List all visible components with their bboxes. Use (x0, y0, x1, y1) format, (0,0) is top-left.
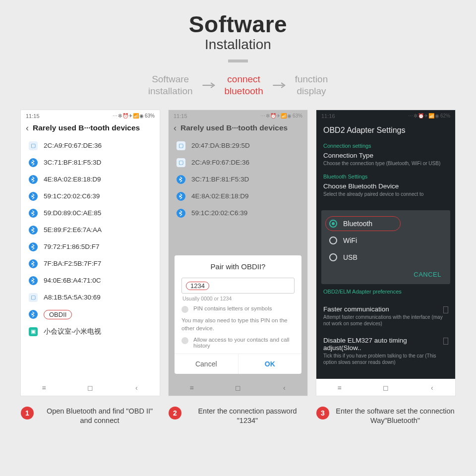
device-row[interactable]: 59:1C:20:02:C6:39 (169, 205, 307, 222)
device-name: 3C:71:BF:81:F5:3D (44, 159, 101, 166)
device-name: 2C:A9:F0:67:DE:36 (44, 142, 102, 149)
device-row[interactable]: 79:72:F1:86:5D:F7 (21, 238, 160, 255)
ok-button[interactable]: OK (238, 354, 302, 374)
device-row[interactable]: 3C:71:BF:81:F5:3D (21, 154, 160, 171)
bluetooth-icon (177, 192, 185, 201)
device-row[interactable]: 94:0E:6B:A4:71:0C (21, 272, 160, 289)
home-icon[interactable]: ◻ (80, 384, 100, 392)
caption-text: Enter the software set the connection Wa… (335, 407, 455, 426)
bluetooth-icon (29, 209, 38, 218)
recent-icon[interactable]: ≡ (182, 384, 202, 392)
arrow-right-icon (272, 81, 286, 89)
recent-icon[interactable]: ≡ (330, 384, 350, 392)
caption-step-2: 2 Enter the connection password "1234" (169, 407, 307, 426)
cancel-button[interactable]: Cancel (175, 354, 238, 374)
bluetooth-icon (29, 310, 38, 319)
back-icon[interactable]: ‹ (174, 123, 177, 133)
android-nav: ≡ ◻ ‹ (169, 379, 307, 396)
arrow-right-icon (202, 81, 216, 89)
device-row[interactable]: 4E:8A:02:E8:18:D9 (169, 188, 307, 205)
caption-text: Open Bluetooth and find "OBD II" and con… (40, 407, 160, 426)
breadcrumb: Software installation connect bluetooth … (0, 73, 476, 97)
device-name: A8:1B:5A:5A:30:69 (44, 294, 101, 301)
back-icon[interactable]: ‹ (26, 123, 29, 133)
connection-type-sub: Choose the connection type (Bluetooth, W… (323, 160, 448, 167)
recent-icon[interactable]: ≡ (34, 384, 54, 392)
device-name: 5E:89:F2:E6:7A:AA (44, 226, 102, 234)
connection-type[interactable]: Connection Type (323, 152, 448, 159)
status-icons: ⋯ ✼ ⏰ ✈ 📶 ◉ 63% (260, 113, 302, 119)
cast-icon: ▣ (29, 327, 38, 336)
device-row[interactable]: 4E:8A:02:E8:18:D9 (21, 171, 160, 188)
back-nav-icon[interactable]: ‹ (422, 384, 442, 392)
home-icon[interactable]: ◻ (228, 384, 248, 392)
device-row[interactable]: 5E:89:F2:E6:7A:AA (21, 222, 160, 238)
breadcrumb-step-2: connect bluetooth (225, 73, 263, 97)
status-bar: 11:16 ⋯ ✼ ⏰ ✈ 📶 ◉ 62% (316, 110, 455, 121)
page-subtitle: Installation (0, 37, 476, 53)
device-name: 小会议室-小米电视 (44, 327, 102, 336)
pref-faster-comm[interactable]: Faster communication Attempt faster comm… (316, 299, 455, 331)
screen-title: OBD2 Adapter Settings (316, 121, 455, 138)
device-name: 59:1C:20:02:C6:39 (44, 192, 100, 200)
device-row[interactable]: OBDII (21, 306, 160, 323)
home-icon[interactable]: ◻ (376, 384, 396, 392)
breadcrumb-step-1: Software installation (148, 73, 193, 97)
page-title: Software (0, 11, 476, 38)
device-name-highlight: OBDII (44, 310, 72, 319)
device-row[interactable]: ▢20:47:DA:BB:29:5D (169, 137, 307, 154)
divider (228, 60, 248, 62)
device-row[interactable]: ▢2C:A9:F0:67:DE:36 (21, 137, 160, 154)
radio-off-icon (181, 337, 188, 344)
device-list: ▢2C:A9:F0:67:DE:363C:71:BF:81:F5:3D4E:8A… (21, 137, 160, 379)
pin-input[interactable]: 1234 (181, 278, 295, 294)
option-wifi[interactable]: WiFi (321, 232, 450, 249)
checkbox-icon[interactable] (443, 338, 448, 345)
screen-title: Rarely used B···tooth devices (180, 123, 288, 132)
device-name: 4E:8A:02:E8:18:D9 (44, 176, 101, 183)
back-nav-icon[interactable]: ‹ (126, 384, 146, 392)
device-name: 7F:BA:F2:5B:7F:F7 (44, 260, 101, 267)
bluetooth-icon: ▢ (177, 158, 185, 167)
bluetooth-icon: ▢ (29, 293, 38, 302)
radio-off-icon (329, 253, 337, 261)
status-bar: 11:15 ⋯ ✼ ⏰ ✈ 📶 ◉ 63% (21, 110, 160, 121)
pref-disable-timing[interactable]: Disable ELM327 auto timing adjust(Slow..… (316, 331, 455, 369)
bluetooth-icon (29, 192, 38, 201)
choose-bt-device[interactable]: Choose Bluetooth Device (323, 182, 448, 190)
pair-dialog: Pair with OBDII? 1234 Usually 0000 or 12… (175, 255, 301, 373)
step-badge: 1 (21, 407, 34, 419)
android-nav: ≡ ◻ ‹ (316, 379, 455, 396)
clock: 11:15 (26, 113, 40, 119)
device-row[interactable]: 59:D0:89:0C:AE:85 (21, 205, 160, 222)
pin-hint: Usually 0000 or 1234 (182, 296, 294, 301)
device-row[interactable]: ▣小会议室-小米电视 (21, 323, 160, 340)
android-nav: ≡ ◻ ‹ (21, 379, 160, 396)
dialog-title: Pair with OBDII? (181, 262, 295, 271)
device-name: 59:1C:20:02:C6:39 (191, 209, 247, 217)
device-row[interactable]: ▢A8:1B:5A:5A:30:69 (21, 289, 160, 306)
device-row[interactable]: ▢2C:A9:F0:67:DE:36 (169, 154, 307, 171)
option-usb[interactable]: USB (321, 249, 450, 266)
device-name: 94:0E:6B:A4:71:0C (44, 277, 101, 284)
status-icons: ⋯ ✼ ⏰ ✈ 📶 ◉ 62% (408, 113, 450, 119)
device-row[interactable]: 59:1C:20:02:C6:39 (21, 188, 160, 205)
bluetooth-icon (29, 175, 38, 184)
device-name: 2C:A9:F0:67:DE:36 (191, 159, 249, 166)
back-nav-icon[interactable]: ‹ (274, 384, 294, 392)
option-pin-letters[interactable]: PIN contains letters or symbols (181, 305, 295, 313)
device-row[interactable]: 3C:71:BF:81:F5:3D (169, 171, 307, 188)
screen-title: Rarely used B···tooth devices (33, 123, 140, 132)
bluetooth-icon: ▢ (177, 141, 185, 150)
status-bar: 11:15 ⋯ ✼ ⏰ ✈ 📶 ◉ 63% (169, 110, 307, 121)
option-bluetooth[interactable]: Bluetooth (321, 215, 450, 232)
step-badge: 3 (316, 407, 329, 419)
screenshot-step-3: 11:16 ⋯ ✼ ⏰ ✈ 📶 ◉ 62% OBD2 Adapter Setti… (316, 110, 455, 396)
option-allow-contacts[interactable]: Allow access to your contacts and call h… (181, 337, 295, 349)
device-row[interactable]: 7F:BA:F2:5B:7F:F7 (21, 255, 160, 272)
bluetooth-icon (29, 242, 38, 251)
pin-value: 1234 (186, 282, 209, 290)
cancel-button[interactable]: CANCEL (321, 266, 450, 284)
checkbox-icon[interactable] (443, 306, 448, 313)
section-bluetooth: Bluetooth Settings (323, 174, 448, 179)
